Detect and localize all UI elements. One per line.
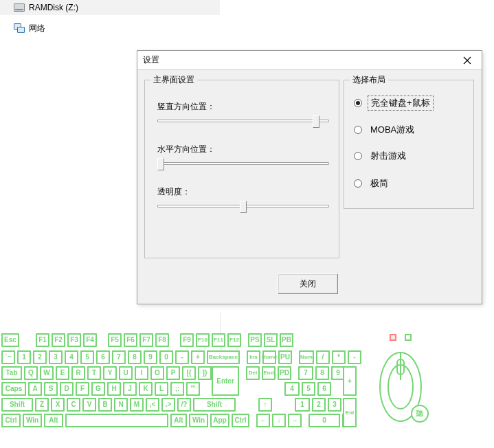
key-arrow-left[interactable]: ← [256,414,270,427]
close-button[interactable]: 关闭 [278,273,338,294]
key[interactable]: P [166,366,180,380]
key[interactable]: K [139,382,153,396]
key[interactable]: F6 [124,333,137,347]
key[interactable]: 6 [317,382,331,396]
key-arrow-down[interactable]: ↓ [272,414,286,427]
key-arrow-up[interactable]: ↑ [258,398,272,412]
key-numpad-plus[interactable]: + [343,366,357,396]
key[interactable]: F5 [108,333,122,347]
key[interactable]: / [316,350,330,364]
key[interactable]: Caps [1,382,26,396]
key[interactable]: 5 [302,382,315,396]
key[interactable]: - [175,350,189,364]
key[interactable]: U [119,366,133,380]
key[interactable]: F4 [83,333,97,347]
key[interactable]: F2 [52,333,65,347]
key[interactable]: G [91,382,105,396]
key[interactable]: 3 [49,350,63,364]
key[interactable]: `~ [1,350,15,364]
key[interactable]: T [87,366,101,380]
layout-option-shooter[interactable]: 射击游戏 [354,149,409,163]
key[interactable]: F8 [155,333,169,347]
layout-option-full-keyboard-mouse[interactable]: 完全键盘+鼠标 [354,96,434,111]
key[interactable]: J [123,382,137,396]
key-numpad-enter[interactable]: Ent [343,398,357,427]
key[interactable]: Esc [1,333,19,347]
key[interactable]: End [262,366,276,380]
key[interactable]: Ctrl [232,414,249,427]
key[interactable]: Alt [170,414,187,427]
key[interactable]: 6 [96,350,110,364]
key[interactable]: E [56,366,69,380]
key[interactable]: Tab [1,366,22,380]
key[interactable]: App [210,414,229,427]
key[interactable]: - [348,350,361,364]
key[interactable]: .> [161,398,175,412]
key[interactable]: B [98,398,112,412]
key[interactable]: 7 [298,366,313,380]
tree-item-ramdisk[interactable]: RAMDisk (Z:) [0,0,220,15]
hide-button[interactable]: 隐 [411,405,429,423]
key[interactable]: Ctrl [1,414,21,427]
key[interactable]: F7 [139,333,153,347]
key[interactable]: '" [186,382,200,396]
key[interactable]: F1 [36,333,49,347]
key[interactable]: L [155,382,168,396]
horizontal-position-slider[interactable] [157,157,329,172]
key-enter[interactable]: Enter [212,366,239,396]
key[interactable]: S [44,382,58,396]
layout-option-moba[interactable]: MOBA游戏 [354,123,417,137]
key[interactable]: 4 [284,382,300,396]
key[interactable]: Win [23,414,42,427]
key[interactable]: SL [264,333,278,347]
key[interactable]: Backspace [207,350,240,364]
key[interactable]: I [135,366,148,380]
key[interactable]: 1 [17,350,31,364]
key[interactable]: 8 [128,350,142,364]
key-arrow-right[interactable]: → [288,414,302,427]
key[interactable]: 2 [312,398,326,412]
key[interactable]: F3 [67,333,81,347]
key[interactable]: 8 [315,366,329,380]
key[interactable]: PD [278,366,291,380]
close-icon[interactable] [453,51,482,70]
key-space[interactable] [65,414,168,427]
key[interactable]: Q [24,366,38,380]
key[interactable]: F9 [180,333,194,347]
key[interactable]: W [40,366,54,380]
key[interactable]: Win [189,414,208,427]
key[interactable]: ;: [170,382,184,396]
key[interactable]: F10 [196,333,210,347]
key[interactable]: V [82,398,96,412]
key[interactable]: 3 [328,398,341,412]
key[interactable]: ,< [146,398,159,412]
key[interactable]: 4 [65,350,78,364]
key[interactable]: Z [35,398,49,412]
titlebar[interactable]: 设置 [137,51,482,70]
key[interactable]: H [107,382,121,396]
key[interactable]: X [51,398,65,412]
key[interactable]: /? [177,398,191,412]
key[interactable]: Alt [44,414,63,427]
key[interactable]: N [114,398,128,412]
key[interactable]: Del [246,366,260,380]
key[interactable]: PS [248,333,262,347]
key[interactable]: PU [278,350,292,364]
key[interactable]: Shift [1,398,33,412]
key[interactable]: D [60,382,74,396]
key[interactable]: Shift [193,398,236,412]
key[interactable]: O [150,366,164,380]
tree-item-network[interactable]: 网络 [0,21,220,36]
key[interactable]: PB [280,333,293,347]
key[interactable]: ]} [198,366,212,380]
key[interactable]: 2 [33,350,47,364]
key[interactable]: A [28,382,42,396]
key[interactable]: R [71,366,85,380]
key[interactable]: Num [299,350,314,364]
key[interactable]: + [191,350,205,364]
key[interactable]: 1 [295,398,310,412]
key[interactable]: 5 [80,350,94,364]
key[interactable]: M [130,398,144,412]
key[interactable]: Ins [247,350,260,364]
key[interactable]: F12 [227,333,241,347]
